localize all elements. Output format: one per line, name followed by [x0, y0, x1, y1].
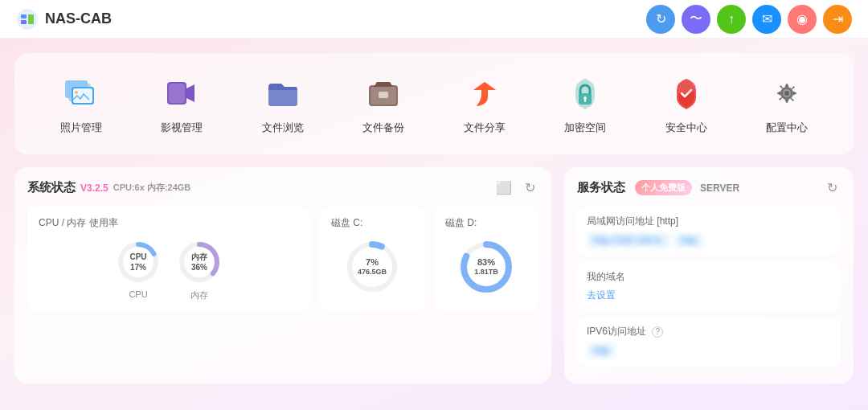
ipv6-url[interactable]: http [587, 343, 616, 358]
exit-button[interactable]: ⇥ [823, 5, 852, 34]
disk-d-donut-container: 83% 1.81TB [457, 238, 515, 296]
disk-c-donut: 7% 476.5GB [343, 238, 401, 296]
mem-value: 36% [191, 262, 207, 273]
settings-label: 配置中心 [766, 121, 808, 135]
lan-access-item: 局域网访问地址 [http] http://192.168.6. http [577, 207, 841, 256]
ipv6-title: IPV6访问地址 ? [587, 325, 831, 338]
security-icon [665, 72, 707, 114]
disk-d-card: 磁盘 D: 83% 1.81TB [434, 207, 538, 311]
security-label: 安全中心 [665, 121, 707, 135]
my-domain-item: 我的域名 去设置 [577, 262, 841, 310]
disk-d-donut: 83% 1.81TB [457, 238, 515, 296]
server-tag: SERVER [700, 182, 739, 194]
service-status-panel: 服务状态 个人免费版 SERVER ↻ 局域网访问地址 [http] http:… [564, 167, 854, 383]
cpu-donut-container: CPU 17% CPU [114, 238, 162, 301]
photos-icon [60, 72, 102, 114]
disk-c-donut-container: 7% 476.5GB [343, 238, 401, 296]
app-encrypt[interactable]: 加密空间 [551, 66, 619, 141]
cpu-value: 17% [129, 262, 146, 273]
logo-icon [16, 8, 39, 31]
monitor-button[interactable]: ⬜ [493, 178, 515, 197]
cpu-donut: CPU 17% [114, 238, 162, 286]
system-status-title: 系统状态 V3.2.5 CPU:6x 内存:24GB [27, 180, 190, 195]
photos-label: 照片管理 [60, 121, 102, 135]
upload-button[interactable]: ↑ [717, 5, 746, 34]
disk-d-percent: 83% [474, 256, 498, 268]
lan-url-2-text[interactable]: http [674, 233, 703, 248]
svg-rect-16 [584, 99, 586, 102]
service-status-header: 服务状态 个人免费版 SERVER ↻ [577, 178, 841, 197]
disk-c-title: 磁盘 C: [331, 216, 413, 230]
cpu-mem-row: CPU 17% CPU [39, 238, 299, 301]
bottom-row: 系统状态 V3.2.5 CPU:6x 内存:24GB ⬜ ↻ CPU / 内存 … [14, 167, 854, 383]
disk-c-percent: 7% [358, 256, 387, 268]
lan-access-title: 局域网访问地址 [http] [587, 215, 831, 228]
disk-d-center-text: 83% 1.81TB [474, 256, 498, 277]
lan-url-1-text[interactable]: http://192.168.6. [587, 233, 669, 248]
mem-bottom-label: 内存 [190, 289, 208, 301]
version-badge: V3.2.5 [80, 182, 108, 194]
app-security[interactable]: 安全中心 [653, 66, 720, 141]
video-icon [161, 72, 203, 114]
system-refresh-button[interactable]: ↻ [522, 178, 538, 197]
backup-label: 文件备份 [362, 121, 404, 135]
cpu-center-text: CPU 17% [129, 252, 146, 273]
header-actions: ↻ 〜 ↑ ✉ ◉ ⇥ [646, 5, 852, 34]
service-status-title: 服务状态 个人免费版 SERVER [577, 180, 739, 195]
system-status-actions: ⬜ ↻ [493, 178, 538, 197]
mem-donut: 内存 36% [175, 238, 223, 286]
system-status-panel: 系统状态 V3.2.5 CPU:6x 内存:24GB ⬜ ↻ CPU / 内存 … [14, 167, 551, 383]
chart-button[interactable]: 〜 [682, 5, 710, 34]
files-icon [262, 72, 304, 114]
service-refresh-button[interactable]: ↻ [824, 178, 841, 197]
my-domain-link[interactable]: 去设置 [587, 289, 616, 301]
svg-point-18 [784, 91, 789, 96]
app-share[interactable]: 文件分享 [451, 66, 518, 141]
my-domain-title: 我的域名 [587, 270, 831, 284]
disk-d-donut-row: 83% 1.81TB [445, 238, 527, 296]
encrypt-label: 加密空间 [564, 121, 606, 135]
header: NAS-CAB ↻ 〜 ↑ ✉ ◉ ⇥ [0, 0, 868, 39]
video-label: 影视管理 [161, 121, 203, 135]
disk-c-card: 磁盘 C: 7% 476.5GB [320, 207, 424, 311]
disk-c-donut-row: 7% 476.5GB [331, 238, 413, 296]
mail-button[interactable]: ✉ [752, 5, 781, 34]
app-video[interactable]: 影视管理 [148, 66, 215, 141]
cpu-bottom-label: CPU [129, 289, 147, 299]
cpu-info: CPU:6x 内存:24GB [113, 182, 191, 194]
svg-rect-2 [21, 20, 27, 24]
user-button[interactable]: ◉ [788, 5, 817, 34]
system-status-header: 系统状态 V3.2.5 CPU:6x 内存:24GB ⬜ ↻ [27, 178, 538, 197]
mem-donut-container: 内存 36% 内存 [175, 238, 223, 301]
cpu-mem-card: CPU / 内存 使用率 CPU 17% [27, 207, 310, 311]
app-settings[interactable]: 配置中心 [753, 66, 821, 141]
share-icon [464, 72, 506, 114]
settings-icon [766, 72, 808, 114]
refresh-button[interactable]: ↻ [646, 5, 675, 34]
app-files[interactable]: 文件浏览 [249, 66, 317, 141]
svg-rect-13 [379, 92, 388, 98]
logo-text: NAS-CAB [45, 10, 112, 27]
mem-center-text: 内存 36% [191, 252, 207, 273]
app-photos[interactable]: 照片管理 [47, 66, 115, 141]
status-cards: CPU / 内存 使用率 CPU 17% [27, 207, 538, 311]
disk-d-used: 1.81TB [474, 268, 498, 277]
disk-d-title: 磁盘 D: [445, 216, 527, 230]
service-badge: 个人免费版 [635, 180, 692, 195]
share-label: 文件分享 [464, 121, 506, 135]
svg-rect-10 [169, 84, 185, 103]
svg-rect-3 [28, 14, 34, 24]
logo: NAS-CAB [16, 8, 112, 31]
encrypt-icon [564, 72, 606, 114]
app-grid-container: 照片管理 影视管理 [14, 53, 854, 154]
ipv6-item: IPV6访问地址 ? http [577, 317, 841, 366]
svg-point-0 [17, 9, 38, 30]
app-backup[interactable]: 文件备份 [350, 66, 417, 141]
svg-point-8 [75, 91, 78, 94]
disk-c-used: 476.5GB [358, 268, 387, 277]
disk-c-center-text: 7% 476.5GB [358, 256, 387, 277]
cpu-label: CPU [129, 252, 146, 262]
lan-url-1: http://192.168.6. http [587, 232, 831, 248]
svg-rect-1 [21, 14, 27, 18]
backup-icon [362, 72, 404, 114]
